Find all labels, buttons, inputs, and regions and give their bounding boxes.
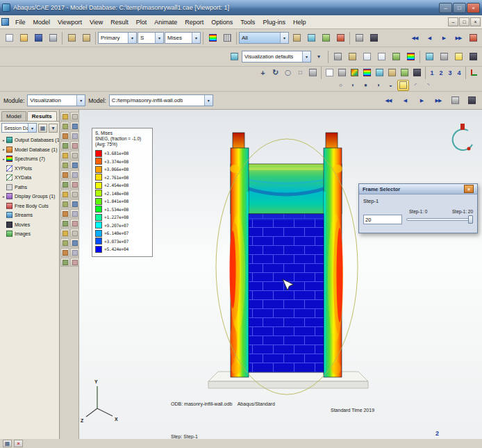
menu-result[interactable]: Result <box>107 17 132 27</box>
minimize-button[interactable]: – <box>439 3 452 13</box>
grid-toggle-button[interactable] <box>437 50 451 64</box>
sync-viewports-button[interactable] <box>331 50 344 64</box>
default-views-button[interactable] <box>468 67 480 78</box>
viewport[interactable]: ODB: masonry-infill-wall.odb Abaqus/Stan… <box>79 110 482 439</box>
view-4-button[interactable]: 4 <box>455 67 463 78</box>
mdi-restore-button[interactable]: □ <box>459 17 469 26</box>
section-view-button[interactable]: ◒ <box>385 80 397 91</box>
toolbox-tool-button[interactable] <box>60 151 69 160</box>
field-output-dialog-button[interactable] <box>411 67 423 78</box>
defaults-dropdown-button[interactable]: ▾ <box>312 50 326 64</box>
tree-item-xydata[interactable]: XYData <box>1 173 59 183</box>
tree-item-xyplots[interactable]: XYPlots <box>1 164 59 174</box>
module-combo[interactable]: Visualization▾ <box>27 94 85 106</box>
tree-item-streams[interactable]: Streams <box>1 210 59 220</box>
plot-contours-button[interactable] <box>349 67 360 78</box>
movie-button[interactable] <box>465 94 479 108</box>
session-combo[interactable]: Session Da▾ <box>1 123 37 133</box>
expand-arrow-icon[interactable]: ▸ <box>1 194 6 199</box>
menu-model[interactable]: Model <box>30 17 54 27</box>
active-render-style-button[interactable] <box>397 80 409 91</box>
add-displayed-button[interactable] <box>319 31 333 45</box>
menu-help[interactable]: Help <box>290 17 310 27</box>
frame-next-button[interactable]: ▶ <box>415 94 429 108</box>
tree-item-model-database[interactable]: ▸Model Database (1) <box>1 145 59 155</box>
toolbox-tool-button[interactable] <box>60 199 69 208</box>
prompt-area-button[interactable]: ▦ <box>3 440 12 447</box>
animation-options-button[interactable] <box>466 31 480 45</box>
plot-symbols-button[interactable] <box>374 67 385 78</box>
print-button[interactable] <box>46 31 60 45</box>
chevron-down-icon[interactable]: ▾ <box>76 95 85 106</box>
toolbox-tool-button[interactable] <box>60 219 69 228</box>
view-2-button[interactable]: 2 <box>437 67 445 78</box>
shaded-render-button[interactable]: ● <box>360 80 372 91</box>
menu-plugins[interactable]: Plug-ins <box>259 17 289 27</box>
frame-first-button[interactable]: ◀◀ <box>381 94 395 108</box>
dialog-titlebar[interactable]: Frame Selector × <box>359 184 477 194</box>
tree-filter-button[interactable]: ▾ <box>49 124 58 133</box>
dialog-close-button[interactable]: × <box>464 185 474 193</box>
expand-arrow-icon[interactable]: ▸ <box>1 138 6 142</box>
create-datum-button[interactable] <box>65 31 78 45</box>
state-block-button[interactable] <box>374 50 388 64</box>
toolbox-tool-button[interactable] <box>60 180 69 189</box>
mdi-minimize-button[interactable]: – <box>448 17 458 26</box>
chevron-down-icon[interactable]: ▾ <box>280 33 288 43</box>
viz-defaults-combo[interactable]: Visualization defaults▾ <box>242 51 311 63</box>
toolbox-tool-button[interactable] <box>60 248 69 257</box>
menu-report[interactable]: Report <box>181 17 207 27</box>
pan-view-button[interactable]: + <box>257 67 269 78</box>
view-1-button[interactable]: 1 <box>428 67 436 78</box>
legend-toggle-button[interactable] <box>404 50 417 64</box>
triad-toggle-button[interactable] <box>389 50 403 64</box>
view-cut-button[interactable] <box>227 50 241 64</box>
plot-deformed-button[interactable] <box>336 67 348 78</box>
toolbox-tool-button[interactable] <box>60 209 69 218</box>
view-options-button[interactable] <box>367 31 381 45</box>
toolbox-tool-button[interactable] <box>60 229 69 238</box>
menu-file[interactable]: File <box>12 17 29 27</box>
toolbox-tool-button[interactable] <box>70 199 79 208</box>
open-button[interactable] <box>17 31 31 45</box>
toolbox-tool-button[interactable] <box>70 180 79 189</box>
tree-item-display-groups[interactable]: ▸Display Groups (1) <box>1 192 59 201</box>
spectrum-options-button[interactable] <box>206 31 219 45</box>
rotate-view-button[interactable]: ↻ <box>269 67 281 78</box>
plot-material-orientation-button[interactable] <box>386 67 398 78</box>
animate-next-button[interactable]: ▶ <box>437 31 451 45</box>
frame-slider[interactable] <box>406 215 473 224</box>
expand-arrow-icon[interactable]: ▸ <box>1 147 6 151</box>
view-compass[interactable] <box>453 124 472 151</box>
view-3-button[interactable]: 3 <box>446 67 454 78</box>
background-button[interactable] <box>466 50 480 64</box>
tree-item-output-databases[interactable]: ▸Output Databases (1) <box>1 135 59 145</box>
replace-displayed-button[interactable] <box>304 31 318 45</box>
menu-options[interactable]: Options <box>208 17 236 27</box>
toolbox-tool-button[interactable] <box>60 112 69 121</box>
extrude-button[interactable]: ◝ <box>422 80 434 91</box>
frame-number-input[interactable] <box>363 215 402 224</box>
animate-first-button[interactable]: ◀◀ <box>408 31 422 45</box>
frame-last-button[interactable]: ▶▶ <box>431 94 445 108</box>
toolbox-tool-button[interactable] <box>70 229 79 238</box>
toolbox-tool-button[interactable] <box>70 131 79 140</box>
mdi-close-button[interactable]: × <box>470 17 481 26</box>
menu-animate[interactable]: Animate <box>151 17 181 27</box>
frame-previous-button[interactable]: ◀ <box>398 94 412 108</box>
magnify-view-button[interactable]: ◯ <box>282 67 294 78</box>
plot-contours-deformed-button[interactable] <box>361 67 373 78</box>
mdi-window-icon[interactable] <box>1 18 9 26</box>
plot-undeformed-button[interactable] <box>324 67 335 78</box>
toolbox-tool-button[interactable] <box>60 238 69 247</box>
toolbox-tool-button[interactable] <box>60 141 69 150</box>
render-style-button[interactable] <box>352 31 366 45</box>
snapshot-button[interactable] <box>448 94 462 108</box>
chevron-down-icon[interactable]: ▾ <box>28 124 36 132</box>
toolbox-tool-button[interactable] <box>60 160 69 169</box>
chevron-down-icon[interactable]: ▾ <box>155 33 163 43</box>
toolbox-tool-button[interactable] <box>60 190 69 199</box>
chevron-down-icon[interactable]: ▾ <box>204 95 213 106</box>
animate-last-button[interactable]: ▶▶ <box>451 31 465 45</box>
tab-results[interactable]: Results <box>27 111 57 121</box>
